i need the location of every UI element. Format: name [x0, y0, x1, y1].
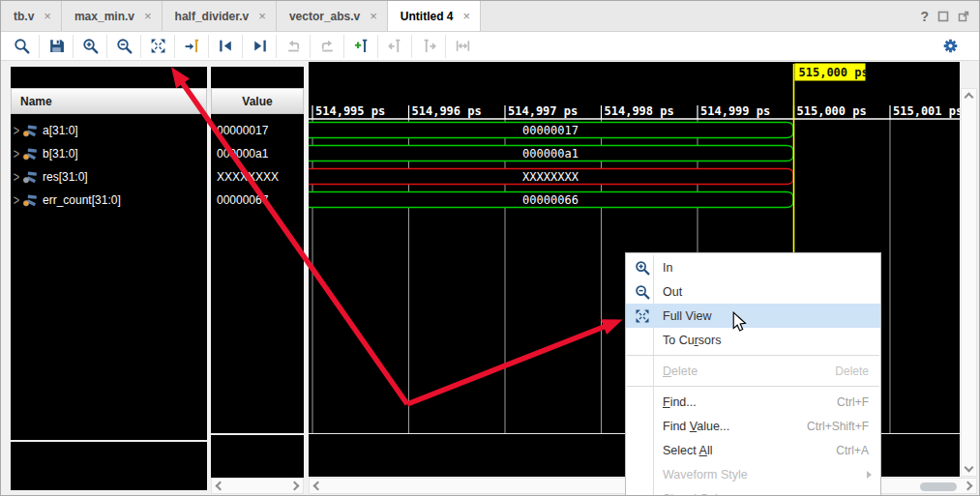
- tick-label: 514,999 ps: [700, 104, 770, 118]
- menu-item-delete: DeleteDelete: [626, 359, 880, 383]
- window-controls: ?: [920, 1, 979, 31]
- menu-shortcut: Ctrl+F: [837, 395, 880, 409]
- menu-item-label: Waveform Style: [659, 468, 748, 481]
- submenu-arrow-icon: [867, 471, 872, 479]
- tab-close-icon[interactable]: ×: [144, 10, 152, 22]
- zoom-in-button[interactable]: [73, 35, 106, 58]
- menu-item-label: To Cursors: [659, 334, 721, 347]
- signal-value: 00000017: [217, 124, 268, 137]
- value-column-header[interactable]: Value: [211, 88, 304, 114]
- expand-chevron-icon[interactable]: >: [11, 192, 22, 208]
- signal-name: b[31:0]: [43, 147, 78, 160]
- swap-cursors-button: [445, 35, 479, 58]
- tab-close-icon[interactable]: ×: [258, 10, 266, 22]
- help-icon[interactable]: ?: [920, 9, 929, 24]
- tick-label: 514,998 ps: [605, 104, 674, 118]
- tab-close-icon[interactable]: ×: [463, 10, 471, 22]
- save-button[interactable]: [39, 35, 73, 58]
- zoom-out-button[interactable]: [106, 35, 140, 58]
- menu-item-label: Full View: [659, 309, 711, 323]
- value-panel-divider: [211, 433, 304, 435]
- zoom-fit-icon: [626, 308, 659, 324]
- menu-item-select-all[interactable]: Select AllCtrl+A: [626, 438, 880, 462]
- wave-toolbar: [1, 32, 979, 61]
- menu-separator: [626, 383, 880, 390]
- tab-label: Untitled 4: [401, 10, 454, 23]
- scroll-down-icon[interactable]: [965, 463, 974, 473]
- menu-item-label: In: [659, 261, 672, 275]
- expand-chevron-icon[interactable]: >: [11, 123, 22, 138]
- scroll-right-icon[interactable]: [290, 481, 300, 491]
- menu-shortcut: Delete: [835, 365, 880, 378]
- prev-transition-button[interactable]: [208, 35, 242, 58]
- signal-value-row[interactable]: 00000067: [211, 189, 304, 212]
- signal-row[interactable]: >b[31:0]: [11, 142, 207, 165]
- zoom-fit-button[interactable]: [140, 35, 174, 58]
- tab-max-min-v[interactable]: max_min.v×: [62, 1, 163, 31]
- swap-prev-button: [276, 35, 310, 58]
- name-header-label: Name: [20, 95, 52, 108]
- tick-label: 515,000 ps: [797, 104, 867, 118]
- menu-separator: [626, 352, 880, 359]
- scroll-right-icon[interactable]: [964, 481, 973, 491]
- wave-vertical-scrollbar[interactable]: [961, 88, 977, 477]
- tick-label: 514,997 ps: [508, 104, 578, 118]
- menu-item-in[interactable]: In: [626, 255, 880, 279]
- signal-value-row[interactable]: 000000a1: [211, 142, 304, 165]
- zoom-out-icon: [626, 284, 659, 300]
- menu-item-full-view[interactable]: Full View: [626, 304, 880, 328]
- scroll-left-icon[interactable]: [313, 481, 323, 491]
- wave-viewer-window: tb.v×max_min.v×half_divider.v×vector_abs…: [0, 0, 980, 496]
- menu-item-out[interactable]: Out: [626, 279, 880, 304]
- expand-chevron-icon[interactable]: >: [11, 146, 22, 161]
- tab-vector-abs-v[interactable]: vector_abs.v×: [277, 1, 388, 31]
- bus-signal-icon: [22, 194, 39, 207]
- search-button[interactable]: [5, 35, 39, 58]
- scroll-left-icon[interactable]: [216, 481, 225, 491]
- next-transition-button[interactable]: [242, 35, 276, 58]
- float-icon[interactable]: [958, 11, 969, 22]
- tab-tb-v[interactable]: tb.v×: [1, 1, 62, 31]
- signal-name-panel: Name >a[31:0]>b[31:0]>res[31:0]>err_coun…: [11, 67, 207, 490]
- menu-item-label: Find...: [659, 395, 697, 409]
- name-column-header[interactable]: Name: [11, 88, 207, 114]
- scroll-up-icon[interactable]: [965, 93, 974, 102]
- goto-time-button[interactable]: [174, 35, 208, 58]
- signal-value-panel: Value 00000017000000a1XXXXXXXX00000067: [211, 67, 304, 478]
- signal-value-row[interactable]: 00000017: [211, 119, 304, 142]
- tab-label: vector_abs.v: [289, 10, 360, 23]
- settings-gear-button[interactable]: [934, 35, 967, 58]
- context-menu: InOutFull ViewTo CursorsDeleteDeleteFind…: [625, 252, 881, 496]
- tab-close-icon[interactable]: ×: [44, 10, 51, 22]
- signal-value-row[interactable]: XXXXXXXX: [211, 165, 304, 189]
- value-horizontal-scrollbar[interactable]: [211, 478, 304, 494]
- tab-untitled-4[interactable]: Untitled 4×: [388, 1, 481, 31]
- bus-value-label: 00000017: [522, 124, 579, 137]
- menu-item-to-cursors[interactable]: To Cursors: [626, 328, 880, 352]
- tab-half-divider-v[interactable]: half_divider.v×: [163, 1, 277, 31]
- bus-value-label: 000000a1: [522, 147, 579, 160]
- marker-next-button: [411, 35, 445, 58]
- bus-signal-icon: [22, 148, 39, 160]
- tab-bar: tb.v×max_min.v×half_divider.v×vector_abs…: [1, 1, 979, 32]
- signal-value: XXXXXXXX: [217, 170, 279, 184]
- add-marker-button[interactable]: [343, 35, 377, 58]
- menu-item-label: Signal Color: [659, 492, 728, 496]
- tab-close-icon[interactable]: ×: [370, 10, 377, 22]
- bus-signal-icon: [22, 171, 39, 184]
- tick-label: 514,996 ps: [412, 104, 482, 118]
- menu-item-find-value[interactable]: Find Value...Ctrl+Shift+F: [626, 414, 880, 438]
- signal-row[interactable]: >a[31:0]: [11, 119, 207, 142]
- menu-item-find[interactable]: Find...Ctrl+F: [626, 390, 880, 414]
- menu-item-label: Select All: [659, 444, 712, 457]
- swap-next-button: [310, 35, 343, 58]
- expand-chevron-icon[interactable]: >: [11, 169, 22, 185]
- menu-item-label: Delete: [659, 365, 698, 378]
- tab-label: tb.v: [14, 10, 34, 23]
- signal-row[interactable]: >err_count[31:0]: [11, 189, 207, 212]
- cursor-time-label: 515,000 ps: [799, 66, 869, 79]
- scrollbar-thumb[interactable]: [920, 482, 957, 491]
- name-panel-divider: [11, 440, 207, 442]
- maximize-icon[interactable]: [937, 11, 949, 22]
- signal-row[interactable]: >res[31:0]: [11, 165, 207, 189]
